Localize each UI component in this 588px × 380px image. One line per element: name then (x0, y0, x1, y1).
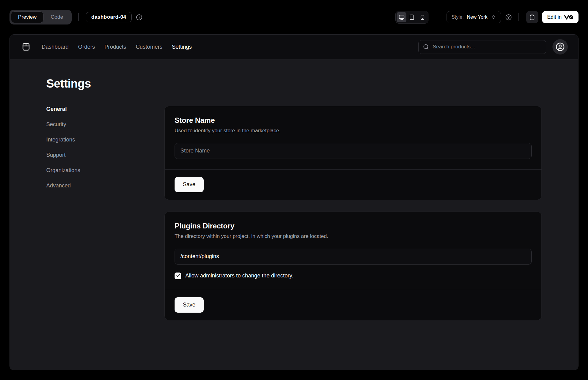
sidebar-item-general[interactable]: General (46, 106, 138, 112)
save-button[interactable]: Save (175, 177, 204, 192)
style-selector-value: New York (467, 14, 488, 20)
sidebar-item-security[interactable]: Security (46, 121, 138, 128)
toolbar-left: Preview Code dashboard-04 (9, 10, 142, 24)
store-package-icon[interactable] (21, 42, 31, 51)
circle-user-icon (556, 42, 565, 51)
preview-frame: Dashboard Orders Products Customers Sett… (9, 34, 579, 370)
style-selector-label: Style: (451, 14, 464, 20)
desktop-view-button[interactable] (397, 12, 406, 22)
allow-admin-checkbox[interactable] (175, 273, 181, 279)
monitor-icon (399, 14, 405, 20)
device-size-toggle (395, 11, 428, 24)
card-description: The directory within your project, in wh… (175, 233, 532, 239)
allow-admin-checkbox-label[interactable]: Allow administrators to change the direc… (185, 273, 293, 279)
divider (439, 13, 439, 21)
sidebar-item-organizations[interactable]: Organizations (46, 167, 138, 174)
mobile-view-button[interactable] (417, 12, 427, 22)
divider (518, 13, 519, 21)
page-title: Settings (46, 77, 542, 91)
plugins-directory-input[interactable] (175, 249, 532, 265)
edit-in-v0-label: Edit in (547, 14, 562, 20)
edit-in-v0-button[interactable]: Edit in (542, 11, 579, 23)
divider (78, 13, 79, 21)
style-selector[interactable]: Style: New York (447, 11, 501, 23)
smartphone-icon (420, 15, 425, 20)
settings-sidebar: General Security Integrations Support Or… (46, 106, 138, 189)
nav-item-products[interactable]: Products (104, 44, 126, 50)
card-footer: Save (165, 169, 541, 200)
sidebar-item-support[interactable]: Support (46, 152, 138, 158)
store-name-input[interactable] (175, 143, 532, 159)
card-title: Store Name (175, 116, 532, 125)
settings-page: Settings General Security Integrations S… (10, 59, 578, 320)
store-name-card: Store Name Used to identify your store i… (164, 106, 542, 200)
help-icon[interactable] (505, 14, 512, 21)
tablet-icon (409, 14, 415, 20)
search-icon (423, 44, 429, 50)
search-container (418, 40, 546, 54)
v0-logo-icon (564, 15, 573, 20)
card-footer: Save (165, 290, 541, 320)
nav-item-orders[interactable]: Orders (78, 44, 95, 50)
card-title: Plugins Directory (175, 222, 532, 230)
allow-admin-checkbox-row: Allow administrators to change the direc… (175, 273, 532, 279)
tablet-view-button[interactable] (407, 12, 417, 22)
nav-item-customers[interactable]: Customers (136, 44, 162, 50)
app-header: Dashboard Orders Products Customers Sett… (10, 35, 578, 59)
user-menu-button[interactable] (552, 39, 568, 55)
copy-clipboard-button[interactable] (526, 11, 538, 23)
project-badge: dashboard-04 (86, 12, 132, 22)
plugins-directory-card: Plugins Directory The directory within y… (164, 212, 542, 320)
nav-item-settings[interactable]: Settings (172, 44, 192, 50)
search-input[interactable] (418, 40, 546, 54)
toolbar-right: Style: New York Edit in (395, 11, 579, 24)
main-nav: Dashboard Orders Products Customers Sett… (42, 44, 192, 50)
nav-item-dashboard[interactable]: Dashboard (42, 44, 69, 50)
chevrons-up-down-icon (491, 15, 496, 20)
preview-tab[interactable]: Preview (11, 11, 43, 23)
preview-code-toggle: Preview Code (9, 10, 72, 24)
card-description: Used to identify your store in the marke… (175, 128, 532, 134)
check-icon (176, 273, 180, 278)
sidebar-item-advanced[interactable]: Advanced (46, 182, 138, 189)
sidebar-item-integrations[interactable]: Integrations (46, 137, 138, 143)
save-button[interactable]: Save (175, 297, 204, 313)
clipboard-icon (529, 14, 535, 20)
code-tab[interactable]: Code (43, 11, 70, 23)
info-icon[interactable] (136, 14, 142, 21)
top-toolbar: Preview Code dashboard-04 (0, 0, 588, 34)
